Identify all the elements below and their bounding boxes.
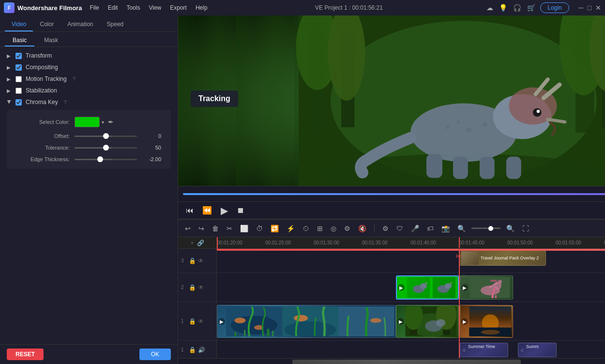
cut-icon[interactable]: ✂ bbox=[225, 224, 234, 233]
music1-clip[interactable]: ♫ Summer Time bbox=[460, 343, 508, 357]
color-swatch[interactable] bbox=[75, 117, 100, 127]
settings-icon[interactable]: ⚙ bbox=[380, 224, 391, 233]
color-arrow[interactable]: ▾ bbox=[102, 120, 104, 125]
undo-icon[interactable]: ↩ bbox=[183, 224, 193, 233]
zoom-out-icon[interactable]: 🔍 bbox=[455, 224, 468, 233]
add-track-icon[interactable]: + bbox=[190, 240, 194, 246]
expand-icon[interactable]: ⛶ bbox=[520, 224, 531, 233]
sub-tab-mask[interactable]: Mask bbox=[36, 35, 66, 46]
preview-progress-bar: { } 00:01:46:04 bbox=[178, 186, 605, 201]
edge-thickness-slider[interactable] bbox=[75, 159, 137, 160]
shield-icon[interactable]: 🛡 bbox=[394, 224, 405, 233]
skip-back-button[interactable]: ⏮ bbox=[183, 205, 197, 216]
prop-transform[interactable]: ▶ Transform bbox=[0, 50, 178, 61]
zoom-in-icon[interactable]: 🔍 bbox=[504, 224, 516, 233]
chroma-key-checkbox[interactable] bbox=[15, 99, 22, 106]
loop-icon[interactable]: 🔁 bbox=[269, 224, 281, 233]
svg-point-62 bbox=[436, 319, 445, 327]
forest-clip[interactable]: ▶ bbox=[396, 305, 459, 338]
headphone-icon[interactable]: 🎧 bbox=[513, 4, 521, 12]
lane-1-lock[interactable]: 🔒 bbox=[189, 318, 196, 325]
dino-clip[interactable]: ▶ bbox=[396, 275, 459, 300]
timeline-scrollbar[interactable] bbox=[178, 358, 605, 364]
grid-icon[interactable]: ⊞ bbox=[315, 224, 325, 233]
menu-edit[interactable]: Edit bbox=[104, 3, 122, 13]
cloud-icon[interactable]: ☁ bbox=[486, 4, 493, 12]
frame-back-button[interactable]: ⏪ bbox=[199, 205, 215, 216]
login-button[interactable]: Login bbox=[540, 2, 569, 13]
lane-3-lock[interactable]: 🔒 bbox=[189, 258, 196, 264]
cart-icon[interactable]: 🛒 bbox=[527, 4, 535, 12]
tag-icon[interactable]: 🏷 bbox=[425, 224, 436, 233]
stabilization-checkbox[interactable] bbox=[15, 88, 22, 94]
sub-tab-basic[interactable]: Basic bbox=[5, 35, 34, 46]
redo-icon[interactable]: ↪ bbox=[197, 224, 206, 233]
prop-motion-tracking[interactable]: ▶ Motion Tracking ? bbox=[0, 73, 178, 85]
scrollbar-thumb[interactable] bbox=[292, 360, 521, 364]
menu-help[interactable]: Help bbox=[192, 3, 212, 13]
bulb-icon[interactable]: 💡 bbox=[499, 4, 507, 12]
split-icon[interactable]: ⚡ bbox=[285, 224, 297, 233]
motion-tracking-arrow: ▶ bbox=[7, 76, 12, 82]
minimize-button[interactable]: ─ bbox=[579, 4, 584, 12]
overlay-clip[interactable]: Travel Journal Pack Overlay 2 bbox=[459, 250, 546, 266]
timeline-zoom-slider[interactable] bbox=[471, 228, 500, 229]
tab-color[interactable]: Color bbox=[33, 18, 60, 31]
full-playhead[interactable]: ✂ bbox=[459, 249, 460, 358]
compositing-checkbox[interactable] bbox=[15, 64, 22, 71]
stabilization-label: Stabilization bbox=[26, 87, 57, 94]
chain-icon[interactable]: 🔗 bbox=[197, 240, 204, 246]
chroma-key-help[interactable]: ? bbox=[64, 99, 67, 105]
audio-1-vol[interactable]: 🔊 bbox=[198, 347, 205, 353]
prop-compositing[interactable]: ▶ Compositing bbox=[0, 61, 178, 73]
play-button[interactable]: ▶ bbox=[218, 204, 231, 217]
sunset-clip[interactable]: ▶ bbox=[460, 305, 513, 338]
menu-export[interactable]: Export bbox=[166, 3, 191, 13]
motion-tracking-help[interactable]: ? bbox=[73, 76, 76, 82]
tab-speed[interactable]: Speed bbox=[100, 18, 131, 31]
audio-1-lock[interactable]: 🔒 bbox=[189, 347, 196, 353]
motion-tracking-checkbox[interactable] bbox=[15, 76, 22, 82]
menu-file[interactable]: File bbox=[86, 3, 103, 13]
flamingo-clip[interactable]: ▶ bbox=[460, 275, 513, 300]
mute-icon[interactable]: 🔇 bbox=[356, 224, 368, 233]
uw-seg3 bbox=[338, 306, 394, 336]
timer-icon[interactable]: ⏲ bbox=[301, 224, 311, 233]
preview-timeline[interactable] bbox=[183, 193, 605, 195]
titlebar-left: F Wondershare Filmora File Edit Tools Vi… bbox=[4, 2, 212, 13]
ok-button[interactable]: OK bbox=[139, 349, 171, 360]
delete-icon[interactable]: 🗑 bbox=[210, 224, 221, 233]
clear-icon[interactable]: ◎ bbox=[329, 224, 338, 233]
adjust-icon[interactable]: ⚙ bbox=[342, 224, 352, 233]
tick-1: 00:01:25:00 bbox=[265, 240, 291, 245]
eyedropper-icon[interactable]: ✒ bbox=[108, 118, 114, 126]
tab-animation[interactable]: Animation bbox=[60, 18, 100, 31]
music2-clip[interactable]: ♫ Summ bbox=[518, 343, 557, 357]
lane-1-eye[interactable]: 👁 bbox=[198, 318, 204, 325]
stop-button[interactable]: ⏹ bbox=[234, 205, 247, 216]
lane-2-lock[interactable]: 🔒 bbox=[189, 284, 196, 291]
close-button[interactable]: ✕ bbox=[595, 4, 601, 12]
overlay-clip-inner: Travel Journal Pack Overlay 2 bbox=[459, 251, 541, 265]
transform-checkbox[interactable] bbox=[15, 53, 22, 59]
prop-chroma-key[interactable]: ▶ Chroma Key ? bbox=[0, 96, 178, 108]
menu-tools[interactable]: Tools bbox=[122, 3, 144, 13]
tolerance-slider[interactable] bbox=[75, 147, 137, 149]
reset-button[interactable]: RESET bbox=[7, 349, 44, 360]
tab-video[interactable]: Video bbox=[5, 18, 33, 31]
screenshot2-icon[interactable]: 📸 bbox=[439, 224, 452, 233]
speed-icon[interactable]: ⏱ bbox=[254, 224, 265, 233]
flamingo-svg bbox=[471, 277, 510, 298]
lane-2-eye[interactable]: 👁 bbox=[198, 284, 204, 291]
prop-stabilization[interactable]: ▶ Stabilization bbox=[0, 85, 178, 96]
menu-view[interactable]: View bbox=[145, 3, 165, 13]
crop-icon[interactable]: ⬜ bbox=[238, 224, 250, 233]
timeline-tracks[interactable]: 00:01:20:00 00:01:25:00 00:01:30:00 00:0… bbox=[217, 237, 605, 358]
chroma-key-label: Chroma Key bbox=[26, 99, 58, 106]
lane-1-sidebar: 1 🔒 👁 bbox=[178, 302, 216, 341]
underwater-clip[interactable]: ▶ bbox=[217, 305, 396, 338]
lane-3-eye[interactable]: 👁 bbox=[198, 258, 204, 264]
mic-icon[interactable]: 🎤 bbox=[409, 224, 421, 233]
offset-slider[interactable] bbox=[75, 136, 137, 137]
maximize-button[interactable]: □ bbox=[588, 4, 591, 12]
